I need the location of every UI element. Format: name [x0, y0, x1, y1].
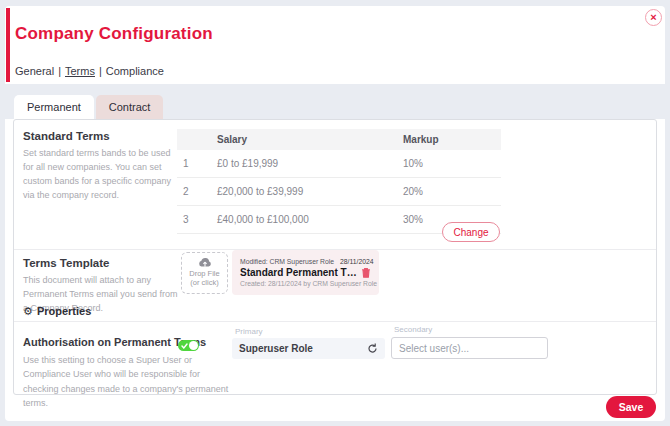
nav-link-terms[interactable]: Terms	[65, 65, 95, 77]
primary-select[interactable]: Superuser Role	[232, 338, 385, 359]
close-icon[interactable]: ×	[645, 9, 662, 26]
company-configuration-dialog: × Company Configuration General|Terms|Co…	[5, 6, 665, 421]
salary-band: £40,000 to £100,000	[217, 214, 403, 225]
secondary-select-input[interactable]	[391, 337, 548, 359]
gear-icon: ⚙	[23, 305, 33, 317]
doc-name[interactable]: Standard Permanent T…	[240, 267, 357, 278]
properties-section-header[interactable]: ⚙Properties	[23, 305, 91, 318]
section-divider	[14, 321, 656, 322]
tab-contract[interactable]: Contract	[96, 95, 164, 119]
breadcrumb-nav: General|Terms|Compliance	[15, 65, 164, 77]
nav-separator: |	[99, 65, 102, 77]
salary-band: £0 to £19,999	[217, 158, 403, 169]
dropzone-label-line1: Drop File	[182, 269, 227, 278]
column-header-salary: Salary	[217, 134, 403, 145]
primary-value: Superuser Role	[239, 343, 313, 354]
primary-label: Primary	[235, 327, 263, 336]
tab-strip: Permanent Contract	[5, 84, 665, 119]
delete-doc-icon[interactable]	[361, 267, 371, 278]
doc-modified-label: Modified: CRM Superuser Role	[240, 258, 334, 265]
secondary-label: Secondary	[394, 325, 432, 334]
doc-modified-date: 28/11/2024	[340, 258, 374, 265]
doc-created-line: Created: 28/11/2024 by CRM Superuser Rol…	[240, 280, 377, 287]
doc-modified-line: Modified: CRM Superuser Role28/11/2024	[240, 258, 377, 265]
nav-link-compliance[interactable]: Compliance	[106, 65, 164, 77]
save-button[interactable]: Save	[606, 396, 656, 418]
toggle-knob	[189, 341, 198, 350]
nav-separator: |	[58, 65, 61, 77]
authorisation-toggle[interactable]	[178, 340, 199, 351]
row-number: 2	[177, 186, 217, 197]
standard-terms-heading: Standard Terms	[23, 130, 110, 142]
check-icon	[181, 343, 188, 349]
template-document-card[interactable]: W Modified: CRM Superuser Role28/11/2024…	[232, 250, 379, 295]
markup-value: 20%	[403, 186, 501, 197]
table-row[interactable]: 2 £20,000 to £39,999 20%	[177, 178, 501, 206]
page-title: Company Configuration	[15, 24, 213, 44]
markup-value: 10%	[403, 158, 501, 169]
permanent-tab-panel: Standard Terms Set standard terms bands …	[13, 119, 657, 395]
header-accent-bar	[6, 8, 10, 82]
tab-permanent[interactable]: Permanent	[14, 95, 94, 119]
salary-markup-table: Salary Markup 1 £0 to £19,999 10% 2 £20,…	[177, 129, 501, 234]
table-row[interactable]: 1 £0 to £19,999 10%	[177, 150, 501, 178]
properties-label: Properties	[37, 305, 91, 317]
table-header-row: Salary Markup	[177, 129, 501, 150]
row-number: 1	[177, 158, 217, 169]
standard-terms-description: Set standard terms bands to be used for …	[23, 147, 175, 203]
file-dropzone[interactable]: Drop File (or click)	[181, 252, 228, 294]
authorisation-description: Use this setting to choose a Super User …	[23, 353, 233, 411]
column-header-markup: Markup	[403, 134, 501, 145]
nav-link-general[interactable]: General	[15, 65, 54, 77]
dropzone-label-line2: (or click)	[182, 278, 227, 287]
upload-cloud-icon	[198, 257, 212, 268]
salary-band: £20,000 to £39,999	[217, 186, 403, 197]
change-button[interactable]: Change	[442, 222, 500, 242]
terms-template-heading: Terms Template	[23, 257, 110, 269]
refresh-icon[interactable]	[367, 343, 378, 354]
row-number: 3	[177, 214, 217, 225]
